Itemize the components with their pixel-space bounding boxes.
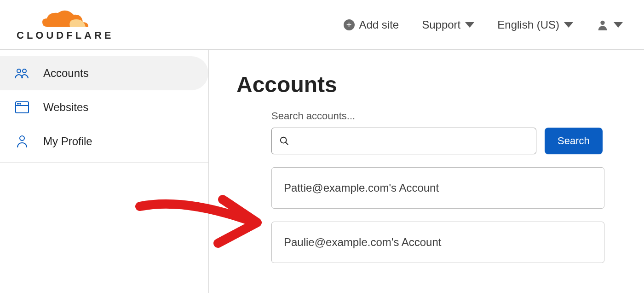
account-card[interactable]: Paulie@example.com's Account bbox=[271, 222, 604, 263]
chevron-down-icon bbox=[614, 22, 623, 28]
account-list: Pattie@example.com's Account Paulie@exam… bbox=[271, 167, 604, 263]
language-dropdown[interactable]: English (US) bbox=[497, 18, 573, 31]
search-button[interactable]: Search bbox=[545, 128, 603, 154]
sidebar-item-label: Accounts bbox=[43, 67, 89, 80]
sidebar: Accounts Websites My Profile bbox=[0, 50, 209, 293]
sidebar-divider bbox=[0, 162, 208, 163]
svg-point-1 bbox=[17, 69, 21, 73]
add-site-button[interactable]: + Add site bbox=[344, 18, 399, 31]
support-dropdown[interactable]: Support bbox=[422, 18, 474, 31]
language-label: English (US) bbox=[497, 18, 559, 31]
page-title: Accounts bbox=[236, 72, 616, 97]
user-icon bbox=[596, 18, 609, 31]
sidebar-item-label: Websites bbox=[43, 101, 88, 114]
svg-line-9 bbox=[286, 142, 288, 145]
sidebar-item-websites[interactable]: Websites bbox=[0, 90, 208, 124]
search-box[interactable] bbox=[271, 128, 536, 154]
search-area: Search accounts... Search Pattie@example… bbox=[271, 110, 616, 263]
svg-point-2 bbox=[23, 69, 26, 73]
account-card[interactable]: Pattie@example.com's Account bbox=[271, 167, 604, 209]
header-right: + Add site Support English (US) bbox=[344, 18, 628, 31]
brand-word: CLOUDFLARE bbox=[17, 29, 114, 41]
sidebar-item-accounts[interactable]: Accounts bbox=[0, 56, 208, 90]
chevron-down-icon bbox=[465, 22, 474, 28]
annotation-arrow bbox=[131, 193, 269, 252]
chevron-down-icon bbox=[564, 22, 573, 28]
add-site-label: Add site bbox=[359, 18, 399, 31]
cloudflare-logo[interactable]: CLOUDFLARE bbox=[17, 8, 114, 41]
sidebar-item-label: My Profile bbox=[43, 135, 92, 148]
people-icon bbox=[14, 66, 30, 80]
main-content: Accounts Search accounts... Search Patti… bbox=[209, 50, 644, 293]
search-row: Search bbox=[271, 128, 616, 154]
search-label: Search accounts... bbox=[271, 110, 616, 122]
cloud-icon bbox=[38, 8, 93, 30]
body: Accounts Websites My Profile bbox=[0, 50, 644, 293]
person-icon bbox=[14, 135, 30, 148]
browser-icon bbox=[14, 100, 30, 114]
plus-circle-icon: + bbox=[344, 19, 355, 30]
header: CLOUDFLARE + Add site Support English (U… bbox=[0, 0, 644, 50]
svg-point-5 bbox=[17, 103, 18, 104]
search-input[interactable] bbox=[295, 136, 529, 146]
svg-point-8 bbox=[281, 137, 287, 143]
svg-point-0 bbox=[600, 20, 604, 24]
svg-point-6 bbox=[20, 103, 21, 104]
svg-point-7 bbox=[20, 136, 24, 141]
sidebar-item-my-profile[interactable]: My Profile bbox=[0, 124, 208, 158]
support-label: Support bbox=[422, 18, 460, 31]
user-menu[interactable] bbox=[596, 18, 623, 31]
search-icon bbox=[279, 136, 289, 146]
